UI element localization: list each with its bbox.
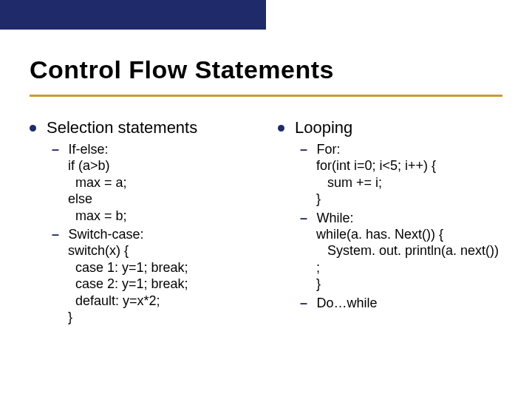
right-item-head: For: [316,142,340,157]
left-item-head: If-else: [68,142,108,157]
code-line: System. out. println(a. next()) [316,242,517,259]
slide-title: Control Flow Statements [30,55,334,84]
code-line: } [68,309,273,326]
code-line: case 2: y=1; break; [68,276,273,293]
right-item-head: Do…while [316,296,377,310]
code-line: else [68,191,273,208]
right-item-head: While: [316,211,353,225]
code-block: while(a. has. Next()) { System. out. pri… [316,226,517,293]
left-heading-row: Selection statements [30,118,273,137]
bullet-icon [278,125,284,132]
code-line: sum += i; [316,174,517,191]
right-column: Looping – For: for(int i=0; i<5; i++) { … [273,118,517,327]
slide: Control Flow Statements Selection statem… [0,0,532,399]
left-heading: Selection statements [47,118,197,137]
code-line: if (a>b) [68,157,273,174]
code-line: } [316,276,517,293]
left-items: – If-else: if (a>b) max = a; else max = … [49,142,273,326]
right-heading-row: Looping [278,118,517,137]
code-line: case 1: y=1; break; [68,259,273,276]
dash-icon: – [300,296,313,311]
code-line: max = a; [68,174,273,191]
divider-rule [30,95,502,97]
left-item-ifelse: – If-else: if (a>b) max = a; else max = … [49,142,273,224]
code-line: switch(x) { [68,242,273,259]
code-block: for(int i=0; i<5; i++) { sum += i; } [316,157,517,208]
bullet-icon [30,125,36,132]
code-line: } [316,191,517,208]
right-item-for: – For: for(int i=0; i<5; i++) { sum += i… [297,142,517,208]
right-items: – For: for(int i=0; i<5; i++) { sum += i… [297,142,517,311]
code-line: ; [316,259,517,276]
code-block: switch(x) { case 1: y=1; break; case 2: … [68,242,273,326]
dash-icon: – [52,142,65,157]
right-item-while: – While: while(a. has. Next()) { System.… [297,211,517,293]
code-line: while(a. has. Next()) { [316,226,517,243]
dash-icon: – [52,227,65,242]
left-column: Selection statements – If-else: if (a>b)… [30,118,273,327]
content-area: Selection statements – If-else: if (a>b)… [30,118,517,327]
right-item-dowhile: – Do…while [297,296,517,311]
code-line: default: y=x*2; [68,293,273,310]
dash-icon: – [300,142,313,157]
left-item-head: Switch-case: [68,227,143,242]
code-block: if (a>b) max = a; else max = b; [68,157,273,224]
code-line: for(int i=0; i<5; i++) { [316,157,517,174]
top-banner [0,0,266,30]
dash-icon: – [300,211,313,226]
code-line: max = b; [68,208,273,225]
right-heading: Looping [295,118,352,137]
left-item-switch: – Switch-case: switch(x) { case 1: y=1; … [49,227,273,326]
